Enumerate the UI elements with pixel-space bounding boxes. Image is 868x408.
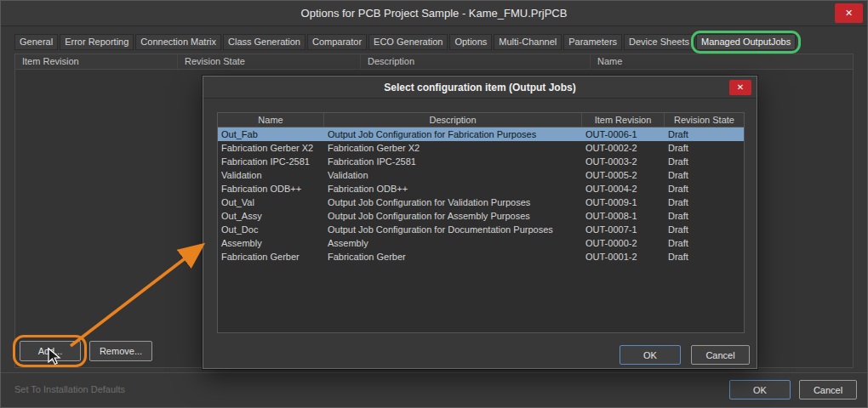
cell-name: Out_Val (218, 196, 324, 209)
modal-titlebar: Select configuration item (Output Jobs) … (203, 76, 757, 99)
cell-name: Fabrication IPC-2581 (218, 155, 324, 168)
table-row[interactable]: Fabrication IPC-2581Fabrication IPC-2581… (218, 155, 744, 168)
cell-item-revision: OUT-0004-2 (582, 182, 665, 196)
cell-description: Fabrication ODB++ (324, 182, 582, 196)
cell-description: Output Job Configuration for Assembly Pu… (324, 209, 582, 223)
table-row[interactable]: AssemblyAssemblyOUT-0000-2Draft (218, 236, 744, 250)
column-header-description[interactable]: Description (324, 113, 582, 127)
cell-name: Fabrication ODB++ (218, 182, 324, 196)
cell-item-revision: OUT-0009-1 (582, 196, 665, 209)
cell-revision-state: Draft (665, 141, 744, 155)
cell-name: Validation (218, 168, 324, 182)
tab-bar: GeneralError ReportingConnection MatrixC… (14, 34, 860, 50)
cell-item-revision: OUT-0007-1 (582, 223, 665, 236)
modal-title: Select configuration item (Output Jobs) (203, 76, 757, 99)
close-icon[interactable]: ✕ (835, 3, 863, 23)
tab-general[interactable]: General (14, 34, 58, 50)
cell-revision-state: Draft (665, 168, 744, 182)
cell-revision-state: Draft (665, 250, 744, 264)
cell-item-revision: OUT-0001-2 (582, 250, 665, 264)
cancel-button[interactable]: Cancel (799, 380, 857, 400)
table-row[interactable]: Fabrication GerberFabrication GerberOUT-… (218, 250, 744, 264)
select-configuration-item-dialog: Select configuration item (Output Jobs) … (203, 76, 757, 369)
cell-name: Fabrication Gerber (218, 250, 324, 264)
table-row[interactable]: ValidationValidationOUT-0005-2Draft (218, 168, 744, 182)
column-header-name[interactable]: Name (591, 54, 853, 69)
cell-revision-state: Draft (665, 209, 744, 223)
cell-item-revision: OUT-0008-1 (582, 209, 665, 223)
column-header-description[interactable]: Description (361, 54, 591, 69)
modal-table-header: NameDescriptionItem RevisionRevision Sta… (218, 113, 744, 128)
remove-button[interactable]: Remove... (89, 341, 152, 361)
cell-description: Assembly (324, 236, 582, 250)
tab-managed-outputjobs[interactable]: Managed OutputJobs (696, 34, 796, 50)
tab-comparator[interactable]: Comparator (307, 34, 367, 50)
modal-close-icon[interactable]: ✕ (729, 80, 751, 95)
cell-revision-state: Draft (665, 155, 744, 168)
cell-name: Fabrication Gerber X2 (218, 141, 324, 155)
cell-name: Out_Assy (218, 209, 324, 223)
cell-description: Fabrication IPC-2581 (324, 155, 582, 168)
cell-revision-state: Draft (665, 196, 744, 209)
cell-revision-state: Draft (665, 128, 744, 141)
set-installation-defaults-button[interactable]: Set To Installation Defaults (14, 384, 125, 394)
cell-item-revision: OUT-0006-1 (582, 128, 665, 141)
column-header-item-revision[interactable]: Item Revision (582, 113, 665, 127)
tab-parameters[interactable]: Parameters (563, 34, 622, 50)
cell-item-revision: OUT-0002-2 (582, 141, 665, 155)
table-row[interactable]: Fabrication Gerber X2Fabrication Gerber … (218, 141, 744, 155)
tab-eco-generation[interactable]: ECO Generation (368, 34, 448, 50)
cell-description: Fabrication Gerber (324, 250, 582, 264)
table-row[interactable]: Out_ValOutput Job Configuration for Vali… (218, 196, 744, 209)
tab-multi-channel[interactable]: Multi-Channel (494, 34, 562, 50)
column-header-name[interactable]: Name (218, 113, 324, 127)
cell-description: Fabrication Gerber X2 (324, 141, 582, 155)
ok-button[interactable]: OK (729, 380, 791, 400)
column-header-revision-state[interactable]: Revision State (665, 113, 744, 127)
main-list-header: Item RevisionRevision StateDescriptionNa… (15, 54, 853, 70)
window-title: Options for PCB Project Sample - Kame_FM… (1, 1, 867, 26)
modal-cancel-button[interactable]: Cancel (691, 345, 750, 365)
modal-ok-button[interactable]: OK (620, 345, 681, 365)
cell-name: Assembly (218, 236, 324, 250)
tab-connection-matrix[interactable]: Connection Matrix (135, 34, 221, 50)
cell-item-revision: OUT-0003-2 (582, 155, 665, 168)
tab-options[interactable]: Options (449, 34, 492, 50)
cell-revision-state: Draft (665, 223, 744, 236)
modal-table-body: Out_FabOutput Job Configuration for Fabr… (218, 128, 744, 264)
configuration-item-table: NameDescriptionItem RevisionRevision Sta… (217, 112, 745, 333)
options-dialog: Options for PCB Project Sample - Kame_FM… (0, 0, 868, 408)
cell-description: Output Job Configuration for Fabrication… (324, 128, 582, 141)
bottom-bar: Set To Installation Defaults OK Cancel (1, 372, 867, 407)
cell-description: Validation (324, 168, 582, 182)
cell-description: Output Job Configuration for Documentati… (324, 223, 582, 236)
tab-device-sheets[interactable]: Device Sheets (624, 34, 694, 50)
cell-item-revision: OUT-0005-2 (582, 168, 665, 182)
table-row[interactable]: Out_FabOutput Job Configuration for Fabr… (218, 128, 744, 141)
cell-revision-state: Draft (665, 236, 744, 250)
cell-description: Output Job Configuration for Validation … (324, 196, 582, 209)
titlebar: Options for PCB Project Sample - Kame_FM… (1, 1, 867, 26)
tab-error-reporting[interactable]: Error Reporting (60, 34, 134, 50)
column-header-item-revision[interactable]: Item Revision (15, 54, 178, 69)
cell-item-revision: OUT-0000-2 (582, 236, 665, 250)
tab-class-generation[interactable]: Class Generation (223, 34, 306, 50)
table-row[interactable]: Out_AssyOutput Job Configuration for Ass… (218, 209, 744, 223)
add-button[interactable]: Add... (20, 341, 81, 361)
table-row[interactable]: Out_DocOutput Job Configuration for Docu… (218, 223, 744, 236)
column-header-revision-state[interactable]: Revision State (178, 54, 361, 69)
cell-revision-state: Draft (665, 182, 744, 196)
table-row[interactable]: Fabrication ODB++Fabrication ODB++OUT-00… (218, 182, 744, 196)
cell-name: Out_Doc (218, 223, 324, 236)
cell-name: Out_Fab (218, 128, 324, 141)
